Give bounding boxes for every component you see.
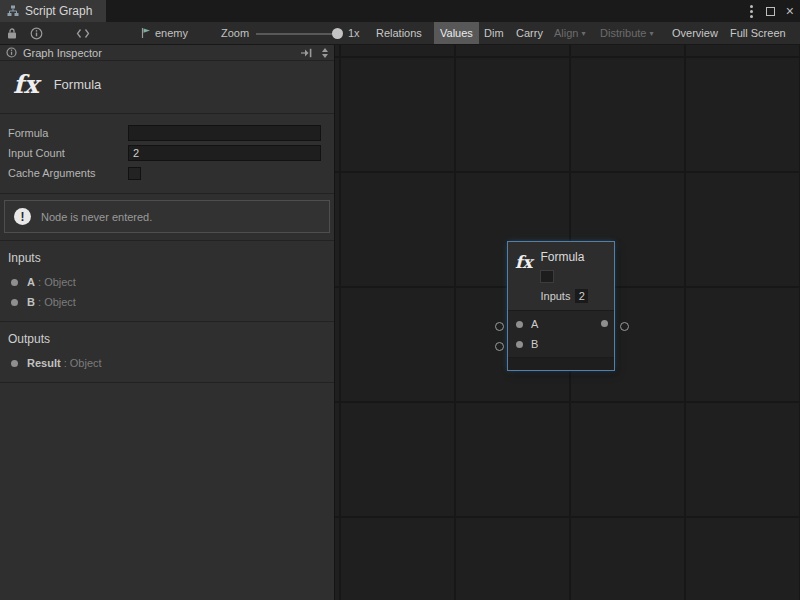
port-b-connector-ring[interactable] [495,342,504,351]
node-inputs-value[interactable]: 2 [575,289,588,303]
align-label: Align [554,27,578,39]
formula-input[interactable] [128,125,321,141]
chevron-down-icon: ▾ [649,29,653,38]
input-count-input[interactable] [128,145,321,161]
overview-button[interactable]: Overview [668,22,722,44]
port-type: : Object [38,296,76,308]
graph-inspector-panel: Graph Inspector fx Formula Formula Input… [0,45,335,600]
distribute-label: Distribute [600,27,646,39]
port-type: : Object [64,357,102,369]
port-dot-icon [11,299,18,306]
node-inputs-label: Inputs [540,290,570,302]
cache-arguments-label: Cache Arguments [8,167,128,179]
port-a-label: A [531,318,538,330]
input-item-a: A : Object [0,272,334,292]
node-settings-fields: Formula Input Count Cache Arguments [0,114,334,194]
window-controls: × [748,0,794,22]
graph-pointer-label: enemy [155,22,188,44]
values-button[interactable]: Values [434,22,479,44]
graph-inspector-title: Graph Inspector [23,47,102,59]
inputs-section: Inputs A : Object B : Object [0,240,334,321]
warning-box: ! Node is never entered. [4,200,330,233]
window-tab-bar: Script Graph × [0,0,800,22]
warning-text: Node is never entered. [41,211,152,223]
input-port-b-icon[interactable] [516,341,523,348]
zoom-slider-knob[interactable] [332,28,343,39]
formula-inline-field[interactable] [540,270,554,283]
scroll-arrows[interactable] [319,48,331,58]
formula-node-title: Formula [540,250,588,265]
outputs-section: Outputs Result : Object [0,321,334,383]
cache-arguments-checkbox[interactable] [128,167,141,180]
cache-arguments-row: Cache Arguments [8,163,321,183]
port-name: A [27,276,35,288]
port-dot-icon [11,279,18,286]
info-icon[interactable] [30,22,43,44]
graph-canvas[interactable]: fx Formula Inputs 2 A B [335,45,800,600]
port-dot-icon [11,360,18,367]
node-inputs-row: Inputs 2 [540,288,588,304]
input-port-a-icon[interactable] [516,321,523,328]
fullscreen-button[interactable]: Full Screen [726,22,790,44]
lock-icon[interactable] [6,22,18,44]
input-count-field-row: Input Count [8,143,321,163]
port-type: : Object [38,276,76,288]
zoom-value: 1x [348,22,360,44]
relations-button[interactable]: Relations [372,22,426,44]
input-item-b: B : Object [0,292,334,312]
chevron-down-icon: ▾ [581,29,585,38]
dim-button[interactable]: Dim [480,22,508,44]
node-title-block: fx Formula [0,61,334,114]
scroll-down-icon[interactable] [322,54,328,58]
tab-script-graph[interactable]: Script Graph [0,0,106,22]
align-dropdown[interactable]: Align ▾ [550,22,589,44]
distribute-dropdown[interactable]: Distribute ▾ [596,22,657,44]
kebab-menu-icon[interactable] [748,3,755,20]
code-icon[interactable] [76,22,90,44]
formula-node-ports: A B [508,310,614,357]
formula-node-footer [508,357,614,370]
node-title: Formula [54,77,102,92]
graph-pointer-flag-icon [140,22,152,44]
carry-button[interactable]: Carry [512,22,547,44]
formula-field-row: Formula [8,123,321,143]
inputs-header: Inputs [0,246,334,272]
port-name: Result [27,357,61,369]
tab-label: Script Graph [25,4,92,18]
formula-node-header: fx Formula Inputs 2 [508,242,614,310]
scroll-up-icon[interactable] [322,48,328,52]
zoom-label: Zoom [221,22,249,44]
maximize-icon[interactable] [766,7,775,16]
port-row-b: B [508,334,614,354]
port-row-a: A [508,314,614,334]
output-item-result: Result : Object [0,353,334,373]
formula-fx-icon: fx [515,250,532,304]
port-b-label: B [531,338,538,350]
outputs-header: Outputs [0,327,334,353]
dock-panel-icon[interactable] [300,48,313,58]
info-icon [6,47,17,58]
graph-toolbar: enemy Zoom 1x Relations Values Dim Carry… [0,22,800,45]
script-graph-icon [7,5,19,17]
warning-icon: ! [14,208,31,225]
port-name: B [27,296,35,308]
formula-fx-icon: fx [13,72,39,97]
close-icon[interactable]: × [786,4,794,18]
input-count-label: Input Count [8,147,128,159]
result-output-port-icon[interactable] [601,320,608,327]
formula-field-label: Formula [8,127,128,139]
formula-node[interactable]: fx Formula Inputs 2 A B [508,242,614,370]
port-a-connector-ring[interactable] [495,322,504,331]
graph-inspector-header: Graph Inspector [0,45,334,61]
zoom-slider-track[interactable] [256,33,340,35]
result-connector-ring[interactable] [620,322,629,331]
